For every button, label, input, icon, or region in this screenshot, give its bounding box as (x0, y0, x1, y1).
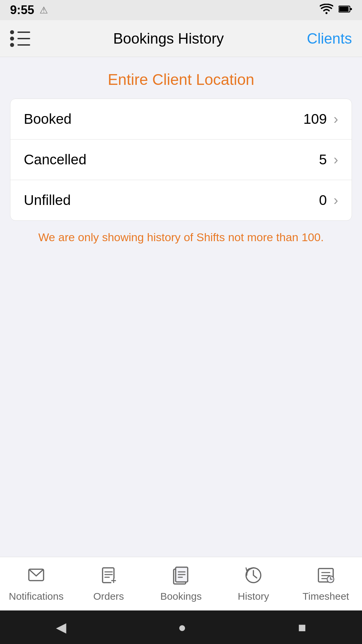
tab-orders[interactable]: Orders (72, 557, 145, 610)
booked-right: 109 › (303, 111, 338, 127)
tab-bookings[interactable]: Bookings (145, 557, 217, 610)
tab-notifications-label: Notifications (9, 591, 63, 602)
history-icon (244, 566, 263, 587)
booked-value: 109 (303, 111, 327, 127)
system-bar: ◀ ● ■ (0, 610, 362, 644)
status-bar: 9:55 ⚠ (0, 0, 362, 20)
warning-icon: ⚠ (40, 5, 48, 16)
stats-card: Booked 109 › Cancelled 5 › Unfilled 0 › (10, 99, 352, 221)
tab-history-label: History (238, 591, 269, 602)
status-left: 9:55 ⚠ (10, 3, 48, 17)
booked-row[interactable]: Booked 109 › (10, 99, 352, 140)
section-title: Entire Client Location (10, 70, 352, 89)
home-button[interactable]: ● (178, 620, 186, 635)
notifications-icon (27, 566, 46, 587)
timesheet-icon (316, 566, 335, 587)
tab-orders-label: Orders (93, 591, 124, 602)
cancelled-label: Cancelled (24, 152, 86, 168)
booked-label: Booked (24, 111, 71, 127)
status-right (320, 4, 352, 17)
tab-timesheet-label: Timesheet (303, 591, 349, 602)
svg-point-0 (325, 12, 327, 14)
unfilled-label: Unfilled (24, 192, 71, 208)
nav-bar: Bookings History Clients (0, 20, 362, 57)
menu-button[interactable] (10, 30, 30, 47)
unfilled-chevron-icon: › (334, 192, 338, 208)
unfilled-right: 0 › (319, 192, 338, 208)
tab-bar: Notifications Orders (0, 557, 362, 610)
svg-rect-3 (350, 8, 352, 10)
unfilled-row[interactable]: Unfilled 0 › (10, 180, 352, 220)
status-time: 9:55 (10, 3, 34, 17)
cancelled-chevron-icon: › (334, 152, 338, 168)
page-title: Bookings History (113, 30, 224, 47)
booked-chevron-icon: › (334, 111, 338, 127)
notice-text: We are only showing history of Shifts no… (10, 231, 352, 244)
battery-icon (339, 5, 352, 15)
cancelled-row[interactable]: Cancelled 5 › (10, 140, 352, 180)
main-content: Entire Client Location Booked 109 › Canc… (0, 57, 362, 557)
cancelled-value: 5 (319, 152, 327, 168)
tab-notifications[interactable]: Notifications (0, 557, 72, 610)
tab-timesheet[interactable]: Timesheet (290, 557, 362, 610)
bookings-icon (172, 566, 190, 587)
back-button[interactable]: ◀ (56, 620, 66, 635)
recents-button[interactable]: ■ (298, 620, 306, 635)
tab-bookings-label: Bookings (160, 591, 201, 602)
clients-link[interactable]: Clients (307, 30, 352, 47)
unfilled-value: 0 (319, 192, 327, 208)
tab-history[interactable]: History (217, 557, 290, 610)
wifi-icon (320, 4, 333, 17)
orders-icon (99, 566, 118, 587)
svg-rect-2 (339, 7, 349, 11)
cancelled-right: 5 › (319, 152, 338, 168)
